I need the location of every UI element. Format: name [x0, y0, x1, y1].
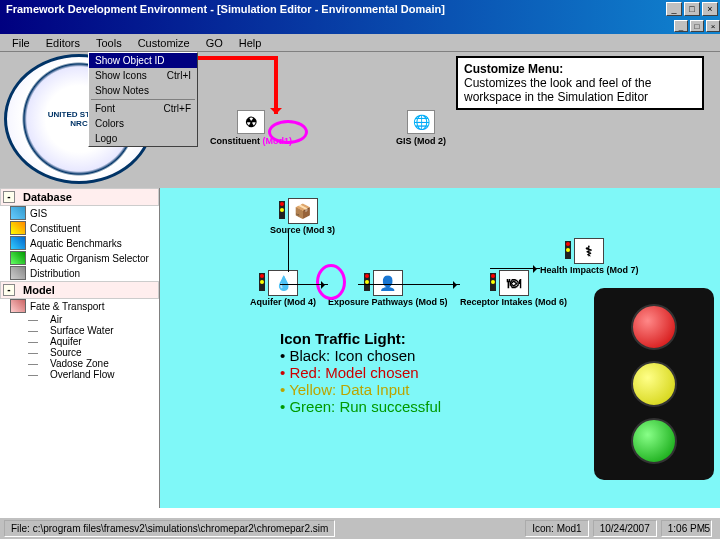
tree-subitem[interactable]: Overland Flow [0, 369, 159, 380]
collapse-icon[interactable]: - [3, 284, 15, 296]
mdi-minimize-button[interactable]: _ [674, 20, 688, 32]
gis-icon [10, 206, 26, 220]
mdi-close-button[interactable]: × [706, 20, 720, 32]
lower-pane: -Database GIS Constituent Aquatic Benchm… [0, 188, 720, 508]
maximize-button[interactable]: □ [684, 2, 700, 16]
distribution-icon [10, 266, 26, 280]
tree-item[interactable]: Constituent [0, 221, 159, 236]
module-receptor[interactable]: 🍽 Receptor Intakes (Mod 6) [460, 270, 567, 307]
menubar: File Editors Tools Customize GO Help [0, 34, 720, 52]
window-title: Framework Development Environment - [Sim… [2, 3, 664, 15]
minimize-button[interactable]: _ [666, 2, 682, 16]
tree-subitem[interactable]: Source [0, 347, 159, 358]
connector [288, 230, 289, 272]
highlight-circle [268, 120, 308, 144]
menu-tools[interactable]: Tools [88, 36, 130, 50]
mdi-maximize-button[interactable]: □ [690, 20, 704, 32]
tree-subitem[interactable]: Air [0, 314, 159, 325]
receptor-icon: 🍽 [499, 270, 529, 296]
status-bar: File: c:\program files\framesv2\simulati… [0, 517, 720, 539]
traffic-light-icon [279, 201, 285, 219]
menu-customize[interactable]: Customize [130, 36, 198, 50]
connector [358, 284, 460, 285]
globe-icon: 🌐 [407, 110, 435, 134]
constituent-icon [10, 221, 26, 235]
organism-icon [10, 251, 26, 265]
annotation-traffic-light: Icon Traffic Light: • Black: Icon chosen… [274, 326, 564, 419]
red-light-icon [631, 304, 677, 350]
page-number: 5 [704, 523, 710, 534]
workspace-header: UNITED STATESNRC Show Object ID Show Ico… [0, 52, 720, 188]
dropdown-item-logo[interactable]: Logo [89, 131, 197, 146]
simulation-canvas[interactable]: 📦 Source (Mod 3) 💧 Aquifer (Mod 4) 👤 Exp… [160, 188, 720, 508]
connector [280, 284, 328, 285]
tree-subitem[interactable]: Vadose Zone [0, 358, 159, 369]
green-light-icon [631, 418, 677, 464]
benchmarks-icon [10, 236, 26, 250]
tree-item[interactable]: Fate & Transport [0, 299, 159, 314]
dropdown-item-show-object-id[interactable]: Show Object ID [89, 53, 197, 68]
tree-subitem[interactable]: Surface Water [0, 325, 159, 336]
annotation-customize-menu: Customize Menu: Customizes the look and … [456, 56, 704, 110]
tree-group-database[interactable]: -Database [0, 188, 159, 206]
dropdown-item-colors[interactable]: Colors [89, 116, 197, 131]
exposure-icon: 👤 [373, 270, 403, 296]
dropdown-item-show-icons[interactable]: Show IconsCtrl+I [89, 68, 197, 83]
radiation-icon: ☢ [237, 110, 265, 134]
module-aquifer[interactable]: 💧 Aquifer (Mod 4) [250, 270, 316, 307]
mdi-titlebar: _ □ × [0, 18, 720, 34]
customize-dropdown: Show Object ID Show IconsCtrl+I Show Not… [88, 52, 198, 147]
traffic-light-icon [490, 273, 496, 291]
module-gis[interactable]: 🌐 GIS (Mod 2) [396, 110, 446, 146]
aquifer-icon: 💧 [268, 270, 298, 296]
tree-item[interactable]: Aquatic Benchmarks [0, 236, 159, 251]
status-filepath: File: c:\program files\framesv2\simulati… [4, 520, 335, 537]
tree-item[interactable]: GIS [0, 206, 159, 221]
module-source[interactable]: 📦 Source (Mod 3) [270, 198, 335, 235]
status-icon: Icon: Mod1 [525, 520, 588, 537]
health-icon: ⚕ [574, 238, 604, 264]
traffic-light-icon [565, 241, 571, 259]
source-icon: 📦 [288, 198, 318, 224]
annotation-arrow-down [274, 56, 278, 114]
fate-transport-icon [10, 299, 26, 313]
module-exposure[interactable]: 👤 Exposure Pathways (Mod 5) [328, 270, 448, 307]
yellow-light-icon [631, 361, 677, 407]
menu-help[interactable]: Help [231, 36, 270, 50]
tree-item[interactable]: Aquatic Organism Selector [0, 251, 159, 266]
dropdown-item-show-notes[interactable]: Show Notes [89, 83, 197, 98]
connector [490, 268, 540, 269]
close-button[interactable]: × [702, 2, 718, 16]
tree-subitem[interactable]: Aquifer [0, 336, 159, 347]
tree-item[interactable]: Distribution [0, 266, 159, 281]
module-health[interactable]: ⚕ Health Impacts (Mod 7) [540, 238, 639, 275]
module-palette-sidebar: -Database GIS Constituent Aquatic Benchm… [0, 188, 160, 508]
window-titlebar: Framework Development Environment - [Sim… [0, 0, 720, 18]
menu-file[interactable]: File [4, 36, 38, 50]
traffic-light-icon [259, 273, 265, 291]
tree-group-model[interactable]: -Model [0, 281, 159, 299]
status-date: 10/24/2007 [593, 520, 657, 537]
annotation-arrow [198, 56, 278, 60]
traffic-light-icon [364, 273, 370, 291]
menu-go[interactable]: GO [198, 36, 231, 50]
traffic-light-illustration [594, 288, 714, 480]
collapse-icon[interactable]: - [3, 191, 15, 203]
dropdown-item-font[interactable]: FontCtrl+F [89, 101, 197, 116]
menu-editors[interactable]: Editors [38, 36, 88, 50]
